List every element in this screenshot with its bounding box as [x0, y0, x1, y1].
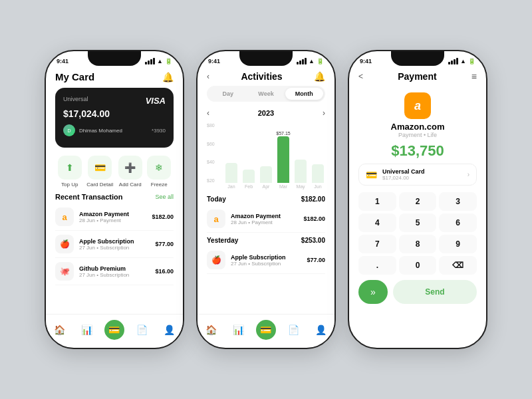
- battery-2: 🔋: [317, 58, 324, 65]
- today-amount: $182.00: [301, 196, 325, 203]
- card-sel-name: Universal Card: [382, 168, 462, 175]
- num-8[interactable]: 8: [399, 235, 437, 253]
- send-button[interactable]: Send: [393, 280, 477, 304]
- tx-github-name: Github Premium: [79, 265, 150, 272]
- num-1[interactable]: 1: [358, 192, 396, 211]
- action-topup[interactable]: ⬆ Top Up: [58, 156, 82, 188]
- menu-icon-3[interactable]: ≡: [471, 71, 477, 82]
- num-6[interactable]: 6: [439, 213, 477, 232]
- num-4[interactable]: 4: [358, 213, 396, 232]
- nav-chart-2[interactable]: 📊: [229, 320, 249, 340]
- today-header: Today $182.00: [207, 196, 325, 203]
- act-amazon-info: Amazon Payment 28 Jun • Payment: [231, 213, 298, 225]
- nav-user-1[interactable]: 👤: [159, 320, 179, 340]
- tx-github-info: Github Premium 27 Jun • Subscription: [79, 265, 150, 278]
- merchant-sub: Payment • Life: [358, 132, 477, 138]
- back-btn-3[interactable]: <: [358, 72, 363, 81]
- num-5[interactable]: 5: [399, 213, 437, 232]
- recent-title: Recent Transaction: [55, 193, 122, 201]
- y-label-40: $40: [207, 160, 221, 164]
- card-last4: *3930: [152, 128, 166, 134]
- tx-apple-sub: 27 Jun • Subscription: [79, 245, 150, 251]
- send-row: » Send: [358, 280, 477, 304]
- tx-amazon[interactable]: a Amazon Payment 28 Jun • Payment $182.0…: [55, 203, 174, 231]
- nav-chart-1[interactable]: 📊: [77, 320, 97, 340]
- tab-week[interactable]: Week: [247, 88, 285, 100]
- carddetail-icon: 💳: [88, 156, 112, 180]
- tab-month[interactable]: Month: [285, 88, 323, 100]
- card-selector[interactable]: 💳 Universal Card $17,024.00 ›: [358, 164, 477, 186]
- wifi-1: ▲: [157, 58, 163, 65]
- bell-icon[interactable]: 🔔: [162, 72, 174, 82]
- notch-3: [391, 51, 444, 66]
- merchant-name: Amazon.com: [358, 122, 477, 132]
- action-freeze[interactable]: ❄ Freeze: [147, 156, 171, 188]
- tab-day[interactable]: Day: [209, 88, 247, 100]
- card-label: Universal: [63, 96, 88, 102]
- bar-mar: $57.15: [276, 131, 291, 183]
- num-0[interactable]: 0: [399, 256, 437, 275]
- action-carddetail[interactable]: 💳 Card Detail: [86, 156, 113, 188]
- yesterday-label: Yesterday: [207, 237, 238, 244]
- payment-logo: a Amazon.com Payment • Life: [358, 92, 477, 138]
- tx-apple[interactable]: 🍎 Apple Subscription 27 Jun • Subscripti…: [55, 231, 174, 258]
- tx-github[interactable]: 🐙 Github Premium 27 Jun • Subscription $…: [55, 258, 174, 285]
- amazon-icon: a: [404, 92, 431, 119]
- num-dot[interactable]: .: [358, 256, 396, 275]
- card-amount: $17,024.00: [63, 108, 166, 119]
- see-all-btn[interactable]: See all: [155, 194, 174, 200]
- x-jan: Jan: [224, 184, 239, 189]
- signal-3: [448, 58, 458, 65]
- num-9[interactable]: 9: [439, 235, 477, 253]
- act-amazon-amount: $182.00: [303, 215, 325, 222]
- card-sel-info: Universal Card $17,024.00: [382, 168, 462, 181]
- act-apple-name: Apple Subscription: [231, 254, 301, 261]
- payment-amount: $13,750: [358, 142, 477, 160]
- payment-header: < Payment ≡: [358, 68, 477, 87]
- act-amazon[interactable]: a Amazon Payment 28 Jun • Payment $182.0…: [207, 205, 325, 233]
- year-prev[interactable]: ‹: [207, 108, 209, 118]
- card-avatar: D: [63, 124, 75, 136]
- bell-icon-2[interactable]: 🔔: [314, 71, 325, 82]
- send-arrow-btn[interactable]: »: [358, 280, 388, 304]
- battery-1: 🔋: [165, 58, 172, 65]
- mycard-title: My Card: [55, 71, 94, 82]
- x-apr: Apr: [259, 184, 273, 189]
- nav-card-1[interactable]: 💳: [104, 320, 124, 340]
- activities-header: ‹ Activities 🔔: [207, 68, 325, 86]
- nav-doc-1[interactable]: 📄: [132, 320, 152, 340]
- num-3[interactable]: 3: [439, 192, 477, 211]
- tx-github-sub: 27 Jun • Subscription: [79, 272, 150, 278]
- action-addcard[interactable]: ➕ Add Card: [118, 156, 142, 188]
- bar-jun: [311, 164, 325, 183]
- nav-card-2[interactable]: 💳: [256, 320, 276, 340]
- nav-home-2[interactable]: 🏠: [201, 320, 221, 340]
- time-3: 9:41: [360, 58, 372, 65]
- card-holder: Dhimas Mohamed: [79, 128, 122, 134]
- card-widget[interactable]: Universal VISA $17,024.00 D Dhimas Moham…: [55, 88, 174, 148]
- nav-user-2[interactable]: 👤: [311, 320, 331, 340]
- card-sel-icon: 💳: [366, 170, 377, 180]
- year-next[interactable]: ›: [323, 108, 325, 118]
- tx-amazon-icon: a: [55, 207, 74, 226]
- battery-3: 🔋: [468, 58, 475, 65]
- phone-payment: 9:41 ▲ 🔋 < Payment ≡ a Amazon.com Paymen…: [348, 50, 487, 349]
- num-7[interactable]: 7: [358, 235, 396, 253]
- visa-brand: VISA: [146, 96, 166, 106]
- nav-home-1[interactable]: 🏠: [50, 320, 70, 340]
- x-feb: Feb: [241, 184, 256, 189]
- chart-section: ‹ 2023 › $80 $60 $40 $20: [207, 108, 325, 189]
- nav-doc-2[interactable]: 📄: [283, 320, 303, 340]
- yesterday-header: Yesterday $253.00: [207, 237, 325, 244]
- freeze-icon: ❄: [147, 156, 171, 180]
- topup-label: Top Up: [61, 182, 78, 188]
- tx-apple-info: Apple Subscription 27 Jun • Subscription: [79, 238, 150, 251]
- num-2[interactable]: 2: [399, 192, 437, 211]
- act-amazon-icon: a: [207, 209, 225, 228]
- signal-1: [145, 58, 155, 65]
- addcard-icon: ➕: [118, 156, 142, 180]
- num-backspace[interactable]: ⌫: [439, 256, 477, 275]
- act-apple[interactable]: 🍎 Apple Subscription 27 Jun • Subscripti…: [207, 247, 325, 274]
- tx-apple-amount: $77.00: [155, 241, 174, 247]
- phone-mycard: 9:41 ▲ 🔋 My Card 🔔 Universal VISA $17,02…: [45, 50, 184, 349]
